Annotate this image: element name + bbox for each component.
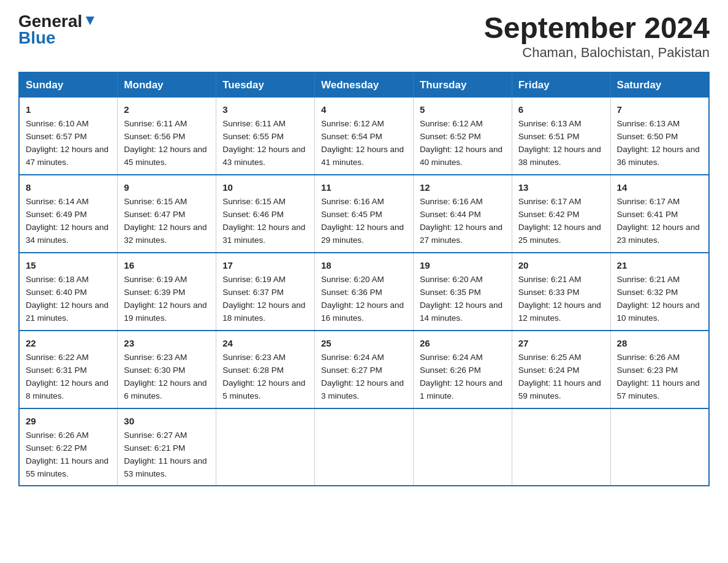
daylight-text: Daylight: 11 hours and 59 minutes. — [518, 377, 604, 403]
calendar-cell: 9Sunrise: 6:15 AMSunset: 6:47 PMDaylight… — [118, 175, 216, 253]
daylight-text: Daylight: 12 hours and 16 minutes. — [321, 299, 407, 325]
sunset-text: Sunset: 6:27 PM — [321, 364, 407, 377]
daylight-text: Daylight: 12 hours and 38 minutes. — [518, 144, 604, 169]
sunrise-text: Sunrise: 6:17 AM — [617, 196, 702, 209]
calendar-cell: 17Sunrise: 6:19 AMSunset: 6:37 PMDayligh… — [216, 253, 315, 331]
calendar-cell: 8Sunrise: 6:14 AMSunset: 6:49 PMDaylight… — [19, 175, 118, 253]
sunset-text: Sunset: 6:21 PM — [124, 442, 210, 455]
sunrise-text: Sunrise: 6:20 AM — [321, 274, 407, 286]
daylight-text: Daylight: 12 hours and 29 minutes. — [321, 221, 407, 247]
sunset-text: Sunset: 6:31 PM — [26, 364, 111, 377]
daylight-text: Daylight: 12 hours and 40 minutes. — [420, 144, 506, 169]
calendar-cell: 5Sunrise: 6:12 AMSunset: 6:52 PMDaylight… — [413, 98, 512, 175]
day-number: 15 — [26, 258, 111, 272]
day-number: 26 — [420, 336, 506, 350]
sunset-text: Sunset: 6:50 PM — [617, 131, 702, 144]
calendar-header: SundayMondayTuesdayWednesdayThursdayFrid… — [19, 72, 709, 98]
daylight-text: Daylight: 12 hours and 41 minutes. — [321, 144, 407, 169]
day-header-friday: Friday — [512, 72, 610, 98]
calendar-cell — [610, 408, 709, 486]
day-number: 20 — [518, 258, 604, 272]
calendar-title: September 2024 — [484, 12, 710, 45]
day-number: 13 — [518, 180, 604, 194]
day-number: 25 — [321, 336, 407, 350]
daylight-text: Daylight: 12 hours and 1 minute. — [420, 377, 506, 403]
daylight-text: Daylight: 12 hours and 6 minutes. — [124, 377, 210, 403]
day-number: 28 — [617, 336, 702, 350]
sunrise-text: Sunrise: 6:20 AM — [420, 274, 506, 286]
daylight-text: Daylight: 12 hours and 43 minutes. — [222, 144, 308, 169]
calendar-cell: 15Sunrise: 6:18 AMSunset: 6:40 PMDayligh… — [19, 253, 118, 331]
daylight-text: Daylight: 12 hours and 21 minutes. — [26, 299, 111, 325]
sunset-text: Sunset: 6:49 PM — [26, 209, 111, 221]
day-number: 6 — [518, 102, 604, 117]
week-row-4: 22Sunrise: 6:22 AMSunset: 6:31 PMDayligh… — [19, 331, 709, 408]
sunset-text: Sunset: 6:23 PM — [617, 364, 702, 377]
day-header-tuesday: Tuesday — [216, 72, 315, 98]
sunset-text: Sunset: 6:54 PM — [321, 131, 407, 144]
sunset-text: Sunset: 6:32 PM — [617, 286, 702, 299]
sunset-text: Sunset: 6:36 PM — [321, 286, 407, 299]
sunrise-text: Sunrise: 6:16 AM — [321, 196, 407, 209]
calendar-subtitle: Chaman, Balochistan, Pakistan — [484, 45, 710, 61]
calendar-cell: 21Sunrise: 6:21 AMSunset: 6:32 PMDayligh… — [610, 253, 709, 331]
sunset-text: Sunset: 6:42 PM — [518, 209, 604, 221]
sunrise-text: Sunrise: 6:11 AM — [124, 118, 210, 131]
sunset-text: Sunset: 6:45 PM — [321, 209, 407, 221]
daylight-text: Daylight: 11 hours and 55 minutes. — [26, 455, 111, 481]
daylight-text: Daylight: 12 hours and 19 minutes. — [124, 299, 210, 325]
calendar-cell: 2Sunrise: 6:11 AMSunset: 6:56 PMDaylight… — [118, 98, 216, 175]
calendar-cell: 11Sunrise: 6:16 AMSunset: 6:45 PMDayligh… — [315, 175, 414, 253]
calendar-cell — [512, 408, 610, 486]
calendar-cell: 6Sunrise: 6:13 AMSunset: 6:51 PMDaylight… — [512, 98, 610, 175]
daylight-text: Daylight: 12 hours and 45 minutes. — [124, 144, 210, 169]
sunset-text: Sunset: 6:22 PM — [26, 442, 111, 455]
day-number: 16 — [124, 258, 210, 272]
sunrise-text: Sunrise: 6:14 AM — [26, 196, 111, 209]
calendar-cell: 1Sunrise: 6:10 AMSunset: 6:57 PMDaylight… — [19, 98, 118, 175]
calendar-cell: 24Sunrise: 6:23 AMSunset: 6:28 PMDayligh… — [216, 331, 315, 408]
calendar-cell: 13Sunrise: 6:17 AMSunset: 6:42 PMDayligh… — [512, 175, 610, 253]
sunrise-text: Sunrise: 6:17 AM — [518, 196, 604, 209]
daylight-text: Daylight: 12 hours and 23 minutes. — [617, 221, 702, 247]
day-number: 24 — [222, 336, 308, 350]
sunrise-text: Sunrise: 6:15 AM — [124, 196, 210, 209]
daylight-text: Daylight: 12 hours and 27 minutes. — [420, 221, 506, 247]
logo-triangle-icon — [83, 14, 97, 28]
calendar-cell — [315, 408, 414, 486]
sunset-text: Sunset: 6:51 PM — [518, 131, 604, 144]
daylight-text: Daylight: 12 hours and 31 minutes. — [222, 221, 308, 247]
calendar-cell: 7Sunrise: 6:13 AMSunset: 6:50 PMDaylight… — [610, 98, 709, 175]
calendar-cell: 18Sunrise: 6:20 AMSunset: 6:36 PMDayligh… — [315, 253, 414, 331]
sunset-text: Sunset: 6:47 PM — [124, 209, 210, 221]
calendar-cell — [413, 408, 512, 486]
day-number: 9 — [124, 180, 210, 194]
week-row-5: 29Sunrise: 6:26 AMSunset: 6:22 PMDayligh… — [19, 408, 709, 486]
svg-marker-0 — [86, 17, 94, 25]
calendar-cell: 10Sunrise: 6:15 AMSunset: 6:46 PMDayligh… — [216, 175, 315, 253]
calendar-cell: 3Sunrise: 6:11 AMSunset: 6:55 PMDaylight… — [216, 98, 315, 175]
sunrise-text: Sunrise: 6:16 AM — [420, 196, 506, 209]
day-number: 1 — [26, 102, 111, 117]
calendar-cell: 4Sunrise: 6:12 AMSunset: 6:54 PMDaylight… — [315, 98, 414, 175]
sunset-text: Sunset: 6:39 PM — [124, 286, 210, 299]
calendar-cell: 22Sunrise: 6:22 AMSunset: 6:31 PMDayligh… — [19, 331, 118, 408]
day-number: 7 — [617, 102, 702, 117]
sunrise-text: Sunrise: 6:26 AM — [26, 429, 111, 442]
day-number: 18 — [321, 258, 407, 272]
sunrise-text: Sunrise: 6:22 AM — [26, 351, 111, 364]
day-number: 29 — [26, 414, 111, 428]
calendar-cell: 29Sunrise: 6:26 AMSunset: 6:22 PMDayligh… — [19, 408, 118, 486]
page-header: General Blue September 2024 Chaman, Balo… — [18, 12, 710, 61]
day-number: 19 — [420, 258, 506, 272]
header-row: SundayMondayTuesdayWednesdayThursdayFrid… — [19, 72, 709, 98]
sunrise-text: Sunrise: 6:19 AM — [222, 274, 308, 286]
daylight-text: Daylight: 12 hours and 14 minutes. — [420, 299, 506, 325]
sunrise-text: Sunrise: 6:24 AM — [420, 351, 506, 364]
sunset-text: Sunset: 6:46 PM — [222, 209, 308, 221]
logo-blue: Blue — [18, 29, 56, 48]
sunset-text: Sunset: 6:33 PM — [518, 286, 604, 299]
day-number: 2 — [124, 102, 210, 117]
daylight-text: Daylight: 12 hours and 36 minutes. — [617, 144, 702, 169]
sunrise-text: Sunrise: 6:21 AM — [518, 274, 604, 286]
